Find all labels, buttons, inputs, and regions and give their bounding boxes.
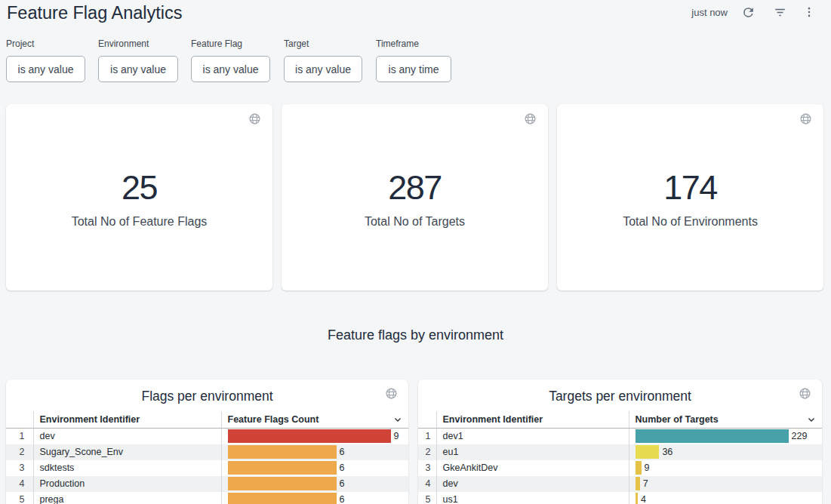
value-bar [228,445,337,459]
tile-title: Flags per environment [6,380,408,411]
value-bar [228,461,337,475]
bar-value-label: 36 [662,447,672,457]
value-bar [228,429,391,443]
filter-label: Project [6,38,85,50]
page-title: Feature Flag Analytics [7,2,183,23]
globe-icon[interactable] [799,387,811,400]
kpi-value: 174 [557,167,823,208]
kpi-card: 174 Total No of Environments [557,104,823,290]
filter-value-button[interactable]: is any value [284,56,362,82]
filter-value-button[interactable]: is any value [191,56,270,82]
row-number: 2 [6,444,33,460]
targets-table: Environment Identifier Number of Targets… [418,411,822,504]
value-bar [228,477,337,490]
row-number: 2 [418,444,436,460]
table-row[interactable]: 4 Production 6 [6,476,408,492]
bar-value-label: 6 [340,494,345,504]
filter-value-button[interactable]: is any value [98,56,178,82]
last-refresh-text: just now [691,7,728,18]
column-header-targets[interactable]: Number of Targets [629,411,822,428]
kpi-value: 25 [6,167,272,208]
flags-table: Environment Identifier Feature Flags Cou… [6,411,408,504]
kpi-label: Total No of Targets [282,214,548,229]
table-row[interactable]: 5 prega 6 [6,492,408,504]
table-row[interactable]: 1 dev 9 [6,428,408,444]
value-bar [636,493,639,504]
globe-icon[interactable] [248,112,261,125]
chevron-down-icon[interactable] [806,414,817,427]
filter-value-button[interactable]: is any time [376,56,451,82]
table-row[interactable]: 2 eu1 36 [418,444,822,460]
flags-per-environment-card: Flags per environment Environment Identi… [6,380,408,504]
row-number: 3 [418,460,436,476]
row-number-header [6,411,33,428]
filter-group: Project is any value [6,38,85,82]
filter-value-button[interactable]: is any value [6,56,85,82]
value-bar [636,445,660,459]
filter-label: Target [284,38,362,50]
chevron-down-icon[interactable] [392,414,403,427]
row-number: 4 [418,476,436,492]
environment-cell: us1 [436,492,629,504]
bar-value-label: 7 [643,478,648,489]
value-bar [636,461,642,475]
value-bar [636,477,640,490]
table-row[interactable]: 5 us1 4 [418,492,822,504]
table-row[interactable]: 3 sdktests 6 [6,460,408,476]
row-number: 3 [6,460,33,476]
filter-group: Timeframe is any time [376,38,451,82]
bar-value-label: 9 [394,431,399,441]
dashboard-actions: just now [691,3,818,21]
environment-cell: eu1 [436,444,629,460]
bar-value-label: 6 [340,447,345,457]
environment-cell: GkeAnkitDev [436,460,629,476]
bar-value-label: 6 [340,478,345,489]
globe-icon[interactable] [799,112,812,125]
environment-cell: dev [436,476,629,492]
environment-cell: dev [33,428,221,444]
kpi-label: Total No of Feature Flags [6,214,272,229]
refresh-icon[interactable] [737,3,759,21]
bar-value-label: 4 [641,494,646,504]
kpi-card: 287 Total No of Targets [282,104,548,290]
filter-bar: Project is any value Environment is any … [6,38,451,82]
table-row[interactable]: 4 dev 7 [418,476,822,492]
filter-label: Timeframe [376,38,451,50]
filter-label: Feature Flag [191,38,270,50]
table-row[interactable]: 2 Sugary_Scone_Env 6 [6,444,408,460]
filter-group: Target is any value [284,38,362,82]
column-header-environment[interactable]: Environment Identifier [33,411,221,428]
column-header-count[interactable]: Feature Flags Count [221,411,408,428]
row-number: 5 [6,492,33,504]
kpi-card: 25 Total No of Feature Flags [6,104,272,290]
bar-value-label: 229 [792,431,808,441]
row-number: 5 [418,492,436,504]
environment-cell: Sugary_Scone_Env [33,444,221,460]
section-title: Feature flags by environment [0,325,831,345]
bar-value-label: 9 [645,463,650,473]
globe-icon[interactable] [524,112,537,125]
targets-per-environment-card: Targets per environment Environment Iden… [418,380,822,504]
row-number-header [418,411,436,428]
value-bar [228,493,337,504]
kpi-value: 287 [282,167,548,208]
kpi-label: Total No of Environments [557,214,823,229]
row-number: 1 [418,428,436,444]
table-row[interactable]: 1 dev1 229 [418,428,822,444]
table-row[interactable]: 3 GkeAnkitDev 9 [418,460,822,476]
row-number: 4 [6,476,33,492]
tile-title: Targets per environment [418,380,822,411]
more-vert-icon[interactable] [800,3,818,21]
row-number: 1 [6,428,33,444]
column-header-environment[interactable]: Environment Identifier [436,411,629,428]
bar-value-label: 6 [340,463,345,473]
value-bar [636,429,789,443]
filter-icon[interactable] [768,3,791,21]
filter-group: Feature Flag is any value [191,38,270,82]
environment-cell: dev1 [436,428,629,444]
globe-icon[interactable] [385,387,398,400]
filter-label: Environment [98,38,178,50]
environment-cell: prega [33,492,221,504]
environment-cell: Production [33,476,221,492]
environment-cell: sdktests [33,460,221,476]
